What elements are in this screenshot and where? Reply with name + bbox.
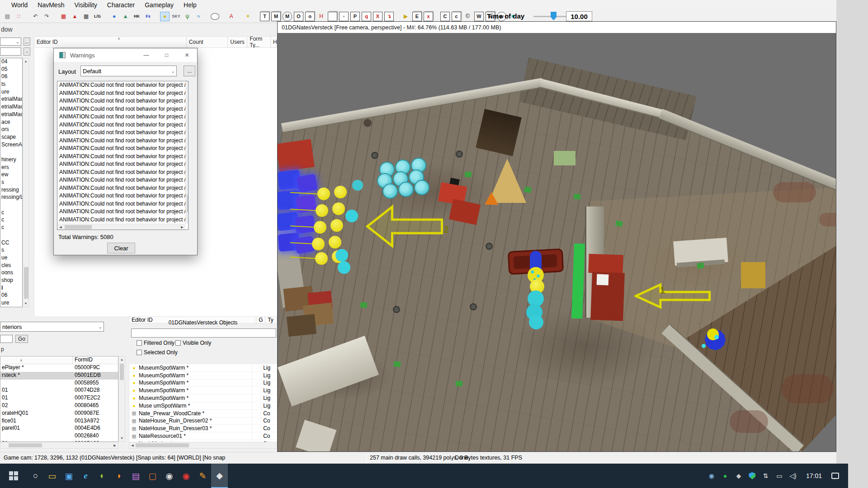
column-count[interactable]: Count <box>187 37 228 47</box>
circle-m-icon[interactable]: M <box>283 12 292 21</box>
warnings-titlebar[interactable]: Warnings — □ ✕ <box>54 48 197 62</box>
menu-item-world[interactable]: World <box>6 1 33 9</box>
render-viewport[interactable]: 21 <box>278 33 836 451</box>
cell-row[interactable]: ePlayer *05000F9C <box>0 364 118 372</box>
warning-row[interactable]: ANIMATION:Could not find root behavior f… <box>57 184 188 192</box>
havok-icon[interactable]: HK <box>132 12 142 21</box>
cube-plain-icon[interactable] <box>328 12 337 21</box>
network-icon[interactable]: ▭ <box>773 464 786 488</box>
box-p-icon[interactable]: P <box>350 12 360 21</box>
object-row[interactable]: ▦NateHouse_Ruin_Dresser02 *Co <box>129 418 277 425</box>
checkbox-icon[interactable] <box>137 340 142 346</box>
tree-item[interactable]: ScreenArt <box>0 141 22 149</box>
cell-row[interactable]: orateHQ010009087E <box>0 410 118 418</box>
new-form-icon[interactable]: ▤ <box>3 12 12 21</box>
warning-row[interactable]: ANIMATION:Could not find root behavior f… <box>57 81 188 89</box>
visible-only-checkbox[interactable]: Visible Only <box>175 340 211 346</box>
object-row[interactable]: ▦Nate_Prewar_WoodCrate *Co <box>129 410 277 418</box>
circle-c-icon[interactable]: © <box>463 12 472 21</box>
satellite-icon[interactable]: ◆ <box>732 464 745 488</box>
start-button[interactable] <box>0 464 27 488</box>
color-markers-icon[interactable]: ∷ <box>14 12 24 21</box>
scrollbar-thumb[interactable] <box>9 443 42 447</box>
tree-item[interactable]: shop <box>0 277 22 285</box>
objects-hscrollbar[interactable]: ◀ <box>129 442 277 449</box>
nvidia-icon[interactable]: ◐ <box>94 464 111 488</box>
creation-kit-icon[interactable]: ◆ <box>211 464 228 488</box>
warning-row[interactable]: ANIMATION:Could not find root behavior f… <box>57 105 188 113</box>
warning-row[interactable]: ANIMATION:Could not find root behavior f… <box>57 192 188 200</box>
usb-icon[interactable]: ⇅ <box>759 464 773 488</box>
steam-icon[interactable]: ◉ <box>705 464 718 488</box>
pick-ref-icon[interactable]: ▶ <box>401 12 410 21</box>
grid-icon[interactable]: ▦ <box>81 12 91 21</box>
object-row[interactable]: ●MuseumSpotWarm *Lig <box>129 380 277 387</box>
worldspace-combo[interactable]: nteriors⌄ <box>0 322 104 332</box>
cell-row[interactable]: rsteck *05001EDB <box>0 372 118 380</box>
scrollbar-thumb[interactable] <box>187 194 189 212</box>
recorder-dark-icon[interactable]: ◉ <box>161 464 178 488</box>
action-center-icon[interactable] <box>828 464 842 488</box>
object-row[interactable]: ●MuseumSpotWarm *Lig <box>129 387 277 394</box>
tree-item[interactable]: scape <box>0 134 22 141</box>
light-sparkles-icon[interactable]: ✶ <box>243 12 253 21</box>
object-window-search-input[interactable] <box>0 47 21 56</box>
menu-item-character[interactable]: Character <box>102 1 140 9</box>
redo-icon[interactable]: ↷ <box>42 12 52 21</box>
column-form-id[interactable]: FormID <box>73 357 116 364</box>
portal-h-icon[interactable]: H <box>316 12 326 21</box>
search-icon[interactable]: ○ <box>27 464 44 488</box>
layout-combo[interactable]: Default⌄ <box>80 66 177 76</box>
firefox-icon[interactable]: ◗ <box>111 464 127 488</box>
tree-item[interactable] <box>0 149 22 156</box>
cell-objects-filter-input[interactable] <box>131 328 276 338</box>
cell-row[interactable]: 00058955 <box>0 380 118 387</box>
tree-item[interactable]: c <box>0 209 22 217</box>
column-form-type[interactable]: Form Ty... <box>247 37 271 47</box>
cube-o-icon[interactable]: o <box>305 12 315 21</box>
cell-coord-input[interactable] <box>0 335 13 343</box>
warnings-list[interactable]: ANIMATION:Could not find root behavior f… <box>57 81 189 230</box>
box-o-icon[interactable]: O <box>294 12 303 21</box>
tree-item[interactable]: cles <box>0 262 22 270</box>
box-w-icon[interactable]: W <box>474 12 484 21</box>
object-row[interactable]: ●MuseumSpotWarm *Lig <box>129 394 277 402</box>
blender-icon[interactable]: ▢ <box>144 464 161 488</box>
tree-item[interactable]: ers <box>0 164 22 172</box>
object-window-more-button[interactable]: ... <box>24 38 30 46</box>
warnings-vscrollbar[interactable]: ▲ ▼ <box>185 81 189 224</box>
volume-icon[interactable]: ◁) <box>786 464 800 488</box>
warnings-rows[interactable]: ANIMATION:Could not find root behavior f… <box>57 81 188 224</box>
tree-item[interactable]: oons <box>0 269 22 277</box>
snap-to-grid-icon[interactable]: ▦ <box>59 12 68 21</box>
tree-item[interactable]: ors <box>0 126 22 134</box>
media-app-icon[interactable]: ▤ <box>127 464 144 488</box>
objects-rows[interactable]: ●MuseumSpotWarm *Lig●MuseumSpotWarm *Lig… <box>129 364 277 442</box>
scrollbar-thumb[interactable] <box>136 443 189 447</box>
cube-e-icon[interactable]: E <box>412 12 422 21</box>
cell-row[interactable]: parel010004E4D6 <box>0 425 118 432</box>
warning-row[interactable]: ANIMATION:Could not find root behavior f… <box>57 113 188 121</box>
layout-more-button[interactable]: ... <box>184 66 195 76</box>
warning-row[interactable]: ANIMATION:Could not find root behavior f… <box>57 145 188 153</box>
box-c-icon[interactable]: C <box>440 12 450 21</box>
tree-item[interactable]: etrialMachi <box>0 111 22 119</box>
warning-row[interactable]: ANIMATION:Could not find root behavior f… <box>57 216 188 224</box>
menu-item-visibility[interactable]: Visibility <box>69 1 102 9</box>
object-row[interactable]: ●MuseumSpotWarm *Lig <box>129 364 277 372</box>
navmesh-icon[interactable]: A <box>226 12 236 21</box>
column-users[interactable]: Users <box>228 37 247 47</box>
edge-icon[interactable]: e <box>77 464 94 488</box>
object-category-tree[interactable]: 040506tsureetrialMachietrialMachietrialM… <box>0 58 23 307</box>
close-button[interactable]: ✕ <box>177 48 197 62</box>
tree-item[interactable]: etrialMachi <box>0 103 22 111</box>
tree-item[interactable]: l <box>0 285 22 292</box>
object-window-minus-button[interactable]: - <box>24 47 30 56</box>
tree-item[interactable]: ue <box>0 254 22 262</box>
scroll-left-icon[interactable]: ◀ <box>58 224 63 230</box>
tree-item[interactable]: ressing/Lig <box>0 194 22 202</box>
link-ref-icon[interactable]: ↴ <box>384 12 394 21</box>
warning-row[interactable]: ANIMATION:Could not find root behavior f… <box>57 200 188 208</box>
taskbar-clock[interactable]: 17:01 <box>800 472 828 479</box>
checkbox-icon[interactable] <box>137 350 142 355</box>
